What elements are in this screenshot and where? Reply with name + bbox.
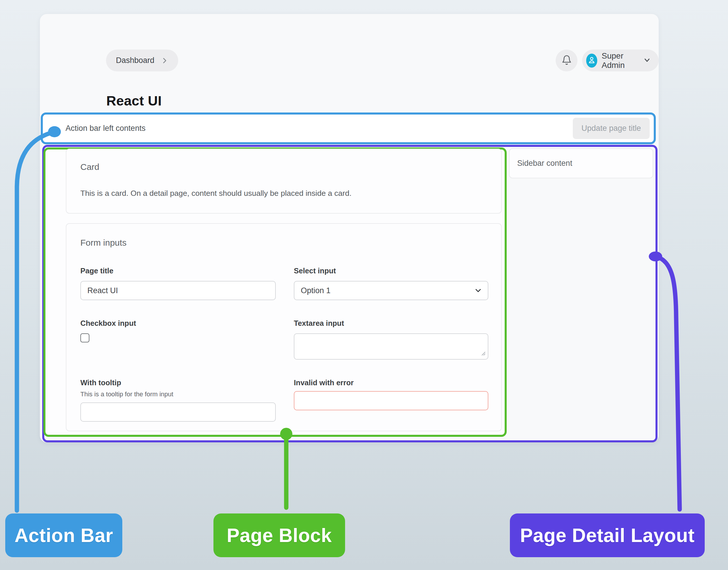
card: Card This is a card. On a detail page, c… <box>66 149 502 214</box>
select-input-label: Select input <box>294 266 488 275</box>
page-title-field: Page title <box>80 266 276 300</box>
invalid-with-error-label: Invalid with error <box>294 378 488 387</box>
textarea-input-label: Textarea input <box>294 319 488 327</box>
card-title: Card <box>80 162 487 172</box>
form-inputs-card: Form inputs Page title Select input Opti… <box>66 223 502 431</box>
with-tooltip-label: With tooltip <box>80 378 276 387</box>
with-tooltip-input[interactable] <box>80 402 276 422</box>
chevron-down-icon <box>643 56 651 65</box>
page-detail-connector-line <box>656 256 680 509</box>
form-inputs-title: Form inputs <box>80 238 487 248</box>
select-input[interactable]: Option 1 <box>294 281 488 300</box>
bell-icon <box>562 55 572 66</box>
page-title-label: Page title <box>80 266 276 275</box>
user-menu[interactable]: Super Admin <box>582 49 659 71</box>
page-block-annotation-text: Page Block <box>227 524 332 546</box>
breadcrumb-label: Dashboard <box>116 56 154 65</box>
with-tooltip-field: With tooltip This is a tooltip for the f… <box>80 378 276 422</box>
page-detail-annotation-text: Page Detail Layout <box>520 524 695 546</box>
action-bar-annotation-label: Action Bar <box>5 514 122 557</box>
checkbox-input-label: Checkbox input <box>80 319 276 327</box>
chevron-right-icon <box>161 57 168 64</box>
sidebar-content-text: Sidebar content <box>517 159 572 168</box>
update-page-title-button[interactable]: Update page title <box>573 118 650 139</box>
breadcrumb[interactable]: Dashboard <box>106 49 178 71</box>
textarea-field: Textarea input <box>294 319 488 360</box>
invalid-input[interactable] <box>294 391 488 410</box>
invalid-field: Invalid with error <box>294 378 488 410</box>
action-bar-annotation-text: Action Bar <box>15 524 113 546</box>
checkbox-input[interactable] <box>80 333 89 342</box>
sidebar-content-card: Sidebar content <box>509 148 653 178</box>
notifications-button[interactable] <box>556 49 578 71</box>
user-name: Super Admin <box>602 51 639 70</box>
avatar <box>586 54 597 68</box>
textarea-input[interactable] <box>294 333 488 360</box>
checkbox-field: Checkbox input <box>80 319 276 342</box>
tooltip-text: This is a tooltip for the form input <box>80 390 276 398</box>
page-block-annotation-label: Page Block <box>213 514 345 557</box>
action-bar: Action bar left contents Update page tit… <box>41 112 656 144</box>
page-detail-annotation-label: Page Detail Layout <box>510 514 705 557</box>
select-field: Select input Option 1 <box>294 266 488 300</box>
action-bar-left-text: Action bar left contents <box>65 124 146 133</box>
page-title-input[interactable] <box>80 281 276 300</box>
user-icon <box>587 56 596 65</box>
page-title: React UI <box>106 93 162 109</box>
form-grid: Page title Select input Option 1 Checkbo… <box>80 266 487 422</box>
annotated-screenshot: { "header": { "breadcrumb": "Dashboard",… <box>0 0 728 570</box>
card-body-text: This is a card. On a detail page, conten… <box>80 189 487 198</box>
